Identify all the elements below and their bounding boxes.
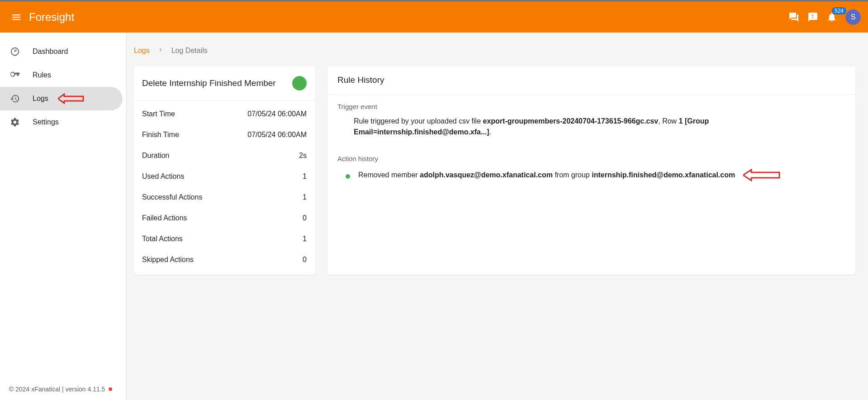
success-dot-icon (346, 174, 350, 179)
stat-label: Finish Time (142, 131, 179, 139)
user-avatar[interactable]: S (845, 10, 861, 25)
app-header: Foresight 524 S (0, 0, 868, 33)
notification-badge: 524 (832, 7, 846, 14)
trigger-post: . (489, 128, 491, 136)
stat-label: Skipped Actions (142, 256, 194, 264)
main-content: Logs Log Details Delete Internship Finis… (127, 33, 868, 400)
rule-history-title: Rule History (337, 75, 845, 85)
stat-row: Skipped Actions0 (134, 249, 315, 270)
brand-title[interactable]: Foresight (29, 11, 74, 24)
stat-label: Successful Actions (142, 193, 202, 201)
action-pre: Removed member (358, 171, 420, 179)
rule-history-card: Rule History Trigger event Rule triggere… (327, 66, 855, 275)
gauge-icon (10, 47, 20, 57)
stat-value: 2s (299, 152, 307, 160)
log-summary-card: Delete Internship Finished Member Start … (134, 66, 315, 275)
log-title: Delete Internship Finished Member (142, 78, 276, 88)
hamburger-icon (11, 12, 22, 23)
stat-value: 0 (303, 214, 307, 222)
notifications-button[interactable]: 524 (826, 12, 837, 23)
feedback-button[interactable] (807, 12, 818, 23)
action-mid: from group (553, 171, 592, 179)
stat-value: 07/05/24 06:00AM (247, 131, 307, 139)
stat-value: 1 (303, 172, 307, 181)
sidebar-item-settings[interactable]: Settings (0, 110, 123, 134)
stat-row: Duration2s (134, 145, 315, 166)
action-history-item: Removed member adolph.vasquez@demo.xfana… (337, 168, 845, 191)
stat-value: 1 (303, 193, 307, 201)
chat-icon (788, 12, 799, 23)
trigger-event-label: Trigger event (337, 103, 845, 110)
stat-row: Successful Actions1 (134, 187, 315, 208)
avatar-initial: S (851, 13, 856, 21)
history-icon (10, 94, 20, 104)
breadcrumb-logs-link[interactable]: Logs (134, 47, 150, 55)
stat-label: Failed Actions (142, 214, 187, 222)
stat-value: 1 (303, 235, 307, 243)
stat-label: Start Time (142, 110, 175, 118)
sidebar-item-label: Dashboard (33, 48, 68, 56)
action-email: adolph.vasquez@demo.xfanatical.com (420, 171, 553, 179)
stat-label: Duration (142, 152, 169, 160)
sidebar-item-label: Rules (33, 71, 51, 79)
stat-row: Total Actions1 (134, 229, 315, 249)
sidebar-item-rules[interactable]: Rules (0, 63, 123, 87)
sidebar-item-label: Logs (33, 95, 48, 103)
key-icon (10, 70, 20, 80)
sidebar-item-dashboard[interactable]: Dashboard (0, 40, 123, 63)
stat-row: Start Time07/05/24 06:00AM (134, 104, 315, 124)
stat-row: Used Actions1 (134, 166, 315, 187)
annotation-arrow-icon (743, 169, 782, 181)
footer: © 2024 xFanatical | version 4.11.5 (0, 378, 126, 400)
stat-value: 07/05/24 06:00AM (247, 110, 307, 118)
chat-button[interactable] (788, 12, 799, 23)
stat-label: Used Actions (142, 172, 184, 181)
action-group: internship.finished@demo.xfanatical.com (592, 171, 735, 179)
status-success-icon (292, 76, 307, 90)
sidebar: Dashboard Rules Logs Settings © 2024 xFa… (0, 33, 127, 400)
trigger-file: export-groupmembers-20240704-173615-966g… (483, 117, 659, 125)
gear-icon (10, 117, 20, 127)
footer-text: © 2024 xFanatical | version 4.11.5 (9, 386, 105, 393)
stat-value: 0 (303, 256, 307, 264)
stat-row: Failed Actions0 (134, 208, 315, 229)
trigger-pre: Rule triggered by your uploaded csv file (354, 117, 483, 125)
chevron-right-icon (157, 46, 164, 55)
sidebar-item-logs[interactable]: Logs (0, 87, 123, 110)
action-history-label: Action history (337, 155, 845, 162)
action-text: Removed member adolph.vasquez@demo.xfana… (358, 170, 735, 181)
breadcrumb: Logs Log Details (134, 46, 855, 55)
status-dot-icon (109, 387, 112, 391)
menu-toggle-button[interactable] (7, 8, 25, 26)
feedback-icon (807, 12, 818, 23)
breadcrumb-current: Log Details (171, 47, 208, 55)
sidebar-item-label: Settings (33, 118, 59, 126)
trigger-event-text: Rule triggered by your uploaded csv file… (337, 116, 845, 145)
stat-label: Total Actions (142, 235, 183, 243)
stat-row: Finish Time07/05/24 06:00AM (134, 124, 315, 145)
trigger-mid: , Row (658, 117, 678, 125)
annotation-arrow-icon (58, 93, 90, 104)
